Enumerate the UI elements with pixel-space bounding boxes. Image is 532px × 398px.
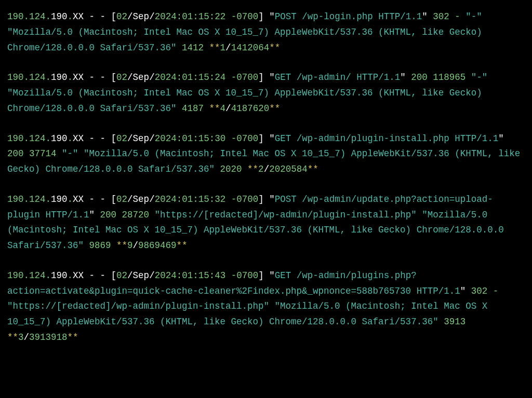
log-token: .	[68, 72, 73, 83]
log-token: 02	[116, 11, 127, 22]
log-token: Sep	[133, 11, 150, 22]
log-token: **	[116, 240, 127, 251]
log-token: **	[7, 332, 18, 342]
log-token: .	[68, 194, 73, 204]
log-token: XX	[73, 11, 84, 22]
log-token: 190.124.	[7, 11, 51, 22]
log-token: 2024:01:15:24	[155, 72, 226, 83]
log-token: /	[127, 133, 133, 144]
log-token: 4	[220, 103, 226, 114]
log-entry: 190.124.190.XX - - [02/Sep/2024:01:15:22…	[7, 9, 525, 56]
log-token: 1	[220, 43, 226, 53]
log-token: /	[264, 164, 270, 174]
log-entry: 190.124.190.XX - - [02/Sep/2024:01:15:30…	[7, 131, 525, 177]
log-token: /	[149, 194, 155, 204]
log-token: "	[269, 133, 275, 144]
log-token: 200	[7, 148, 29, 159]
log-token: /	[127, 72, 133, 83]
log-token: "	[269, 72, 275, 83]
log-token: /	[24, 332, 30, 342]
log-token: 2024:01:15:43	[155, 270, 226, 281]
log-token: 302	[466, 286, 493, 296]
log-token: "	[269, 11, 275, 22]
log-token: **	[68, 332, 78, 342]
log-token: **	[177, 240, 188, 251]
log-token: "https://[redacted]/wp-admin/plugin-inst…	[149, 210, 422, 220]
log-token: /	[149, 11, 155, 22]
log-token: **	[308, 164, 318, 174]
log-token: 2020	[215, 164, 247, 174]
log-token: 2024:01:15:22	[155, 11, 226, 22]
log-token: /	[149, 270, 155, 281]
log-token: 190.124.	[7, 270, 51, 281]
log-token: -0700	[225, 11, 258, 22]
log-token: 190.124.	[7, 133, 51, 144]
log-token: 190.124.	[7, 72, 51, 83]
log-token: -	[493, 286, 499, 296]
log-token: /	[149, 72, 155, 83]
log-token: ]	[258, 194, 269, 204]
log-token: /	[225, 103, 231, 114]
log-token: Sep	[133, 133, 150, 144]
log-token: .	[68, 270, 73, 281]
log-token: -0700	[225, 72, 258, 83]
log-token: XX	[73, 72, 84, 83]
log-token: ]	[258, 11, 269, 22]
log-token: 2	[258, 164, 264, 174]
log-token: - - [	[84, 194, 116, 204]
log-token: 2020584	[269, 164, 308, 174]
log-token: "	[498, 133, 504, 144]
log-viewer: 190.124.190.XX - - [02/Sep/2024:01:15:22…	[7, 9, 525, 346]
log-token: -	[455, 11, 460, 22]
log-token: **	[247, 164, 258, 174]
log-token: - - [	[84, 11, 116, 22]
log-token: 190	[51, 270, 68, 281]
log-token: 118965	[433, 72, 466, 83]
log-token: "-"	[57, 148, 84, 159]
log-token: -0700	[225, 270, 258, 281]
log-token: Sep	[133, 194, 150, 204]
log-token: 9869469	[138, 240, 177, 251]
log-token: 2024:01:15:30	[155, 133, 226, 144]
log-token: 4187620	[231, 103, 270, 114]
log-token: 02	[116, 194, 127, 204]
log-token: 37714	[29, 148, 57, 159]
log-token: "	[89, 210, 95, 220]
log-token: **	[269, 103, 280, 114]
log-token: 190	[51, 72, 68, 83]
log-token: POST /wp-login.php HTTP/1.1	[275, 11, 422, 22]
log-token: **	[209, 103, 220, 114]
log-token: /	[149, 133, 155, 144]
log-token: /	[127, 270, 133, 281]
log-token: 190	[51, 133, 68, 144]
log-entry: 190.124.190.XX - - [02/Sep/2024:01:15:32…	[7, 192, 525, 254]
log-token: Sep	[133, 270, 150, 281]
log-token: XX	[73, 270, 84, 281]
log-token: -0700	[225, 133, 258, 144]
log-token: XX	[73, 194, 84, 204]
log-token: "	[460, 286, 466, 296]
log-token: - - [	[84, 72, 116, 83]
log-token: ]	[258, 133, 269, 144]
log-token: 9869	[84, 240, 116, 251]
log-token: 190	[51, 194, 68, 204]
log-token: 02	[116, 72, 127, 83]
log-token: 3913918	[29, 332, 68, 342]
log-token: 2024:01:15:32	[155, 194, 226, 204]
log-token: "	[269, 194, 275, 204]
log-token: XX	[73, 133, 84, 144]
log-token: 190.124.	[7, 194, 51, 204]
log-entry: 190.124.190.XX - - [02/Sep/2024:01:15:24…	[7, 70, 525, 116]
log-token: /	[127, 194, 133, 204]
log-token: 02	[116, 133, 127, 144]
log-token: 200	[95, 210, 122, 220]
log-token: 302	[428, 11, 455, 22]
log-token: .	[68, 11, 73, 22]
log-token: ]	[258, 72, 269, 83]
log-entry: 190.124.190.XX - - [02/Sep/2024:01:15:43…	[7, 268, 525, 346]
log-token: 3913	[438, 317, 466, 327]
log-token: 3	[18, 332, 24, 342]
log-token: - - [	[84, 133, 116, 144]
log-token: /	[133, 240, 139, 251]
log-token: .	[68, 133, 73, 144]
